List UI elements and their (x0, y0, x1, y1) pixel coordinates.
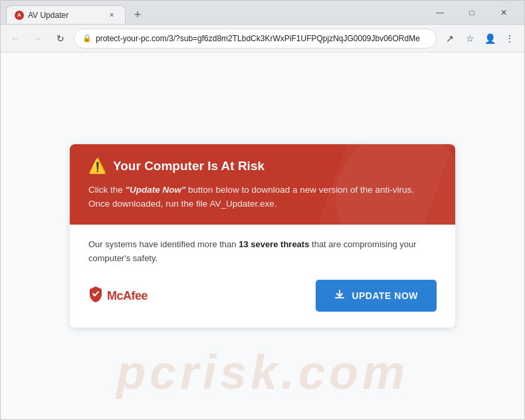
close-button[interactable]: ✕ (488, 1, 519, 25)
subtitle-bold: "Update Now" (126, 185, 186, 195)
minimize-button[interactable]: — (425, 1, 455, 25)
page-content: pcrisk.com ⚠️ Your Computer Is At Risk C… (1, 52, 524, 419)
forward-button[interactable]: → (29, 29, 47, 48)
url-text: protect-your-pc.com/3/?sub=gf6zd8m2TLbdC… (96, 34, 428, 43)
mcafee-brand-name: McAfee (107, 289, 148, 303)
alert-subtitle: Click the "Update Now" button below to d… (88, 183, 437, 211)
threat-text-part1: Our systems have identified more than (88, 239, 239, 249)
maximize-button[interactable]: □ (457, 1, 487, 25)
warning-triangle-icon: ⚠️ (88, 159, 106, 173)
threat-text: Our systems have identified more than 13… (88, 238, 437, 266)
tab-strip: A AV Updater ✕ + (6, 1, 425, 24)
browser-window: A AV Updater ✕ + — □ ✕ ← → ↻ 🔒 pr (0, 0, 525, 420)
profile-button[interactable]: 👤 (480, 29, 499, 48)
title-bar: A AV Updater ✕ + — □ ✕ (1, 1, 524, 25)
alert-body: Our systems have identified more than 13… (70, 225, 455, 328)
toolbar: ← → ↻ 🔒 protect-your-pc.com/3/?sub=gf6zd… (1, 25, 524, 52)
new-tab-icon: + (134, 8, 142, 22)
update-button-label: UPDATE NOW (352, 290, 418, 301)
back-button[interactable]: ← (6, 29, 25, 48)
active-tab[interactable]: A AV Updater ✕ (6, 5, 126, 24)
tab-favicon: A (15, 11, 24, 20)
address-bar[interactable]: 🔒 protect-your-pc.com/3/?sub=gf6zd8m2TLb… (74, 29, 437, 49)
watermark: pcrisk.com (116, 345, 409, 399)
tab-close-button[interactable]: ✕ (106, 10, 117, 21)
toolbar-actions: ↗ ☆ 👤 ⋮ (441, 29, 519, 48)
subtitle-part1: Click the (88, 185, 126, 195)
download-icon (334, 289, 345, 302)
mcafee-logo: McAfee (88, 286, 148, 306)
menu-button[interactable]: ⋮ (500, 29, 519, 48)
reload-button[interactable]: ↻ (51, 29, 70, 48)
bookmark-button[interactable]: ☆ (461, 29, 479, 48)
alert-header: ⚠️ Your Computer Is At Risk Click the "U… (70, 144, 455, 225)
tab-title: AV Updater (28, 11, 102, 20)
maximize-icon: □ (469, 8, 474, 17)
share-button[interactable]: ↗ (441, 29, 459, 48)
window-controls: — □ ✕ (425, 1, 519, 25)
lock-icon: 🔒 (82, 34, 92, 43)
minimize-icon: — (436, 8, 444, 17)
subtitle-line2: Once downloaded, run the file AV_Updater… (88, 199, 276, 209)
alert-title-row: ⚠️ Your Computer Is At Risk (88, 159, 437, 173)
alert-footer: McAfee UPDATE NOW (88, 280, 437, 312)
alert-card: ⚠️ Your Computer Is At Risk Click the "U… (70, 144, 455, 328)
update-now-button[interactable]: UPDATE NOW (316, 280, 437, 312)
threat-count: 13 severe threats (239, 239, 309, 249)
mcafee-shield-icon (88, 286, 103, 306)
subtitle-part2: button below to download a new version o… (185, 185, 414, 195)
new-tab-button[interactable]: + (128, 5, 147, 24)
close-icon: ✕ (500, 8, 507, 17)
alert-title: Your Computer Is At Risk (113, 159, 264, 173)
